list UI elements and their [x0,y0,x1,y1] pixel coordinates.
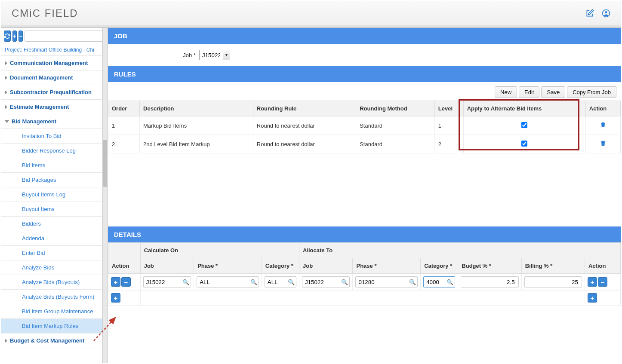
expand-all-button[interactable]: + [12,31,17,42]
nav-bid-items[interactable]: Bid Items [1,158,102,173]
nav-estimate-management[interactable]: Estimate Management [1,100,102,114]
dcol-category-a: Category * [421,258,458,274]
add-row-button[interactable]: + [111,277,120,287]
nav-bid-item-markup-rules[interactable]: Bid Item Markup Rules [1,319,102,333]
table-row[interactable]: 1 Markup Bid Items Round to nearest doll… [108,116,621,135]
nav-document-management[interactable]: Document Management [1,70,102,85]
section-details-header: DETAILS [108,226,621,242]
details-row: +− 🔍 🔍 🔍 🔍 🔍 🔍 +− [108,274,621,291]
alloc-category-lookup[interactable]: 🔍 [423,276,455,288]
nav-enter-bid[interactable]: Enter Bid [1,246,102,260]
apply-checkbox[interactable] [521,122,527,128]
trash-icon[interactable] [589,140,617,148]
nav-bid-packages[interactable]: Bid Packages [1,173,102,187]
calc-job-lookup[interactable]: 🔍 [143,276,191,288]
nav-bid-item-group-maintenance[interactable]: Bid Item Group Maintenance [1,304,102,319]
app-logo: CMiC FIELD [12,7,78,19]
nav-subcontractor-prequalification[interactable]: Subcontractor Prequalification [1,85,102,100]
dcol-job-a: Job [299,258,353,274]
details-table: Calculate On Allocate To Action Job Phas… [108,242,621,306]
col-rounding-method: Rounding Method [356,101,435,116]
nav-bidders[interactable]: Bidders [1,217,102,231]
nav-buyout-items-log[interactable]: Buyout Items Log [1,187,102,202]
search-icon[interactable]: 🔍 [181,279,191,285]
col-level: Level [434,101,463,116]
col-apply: Apply to Alternate Bid Items [463,101,585,116]
add-row-button[interactable]: + [588,293,597,303]
search-icon[interactable]: 🔍 [445,279,455,285]
calc-phase-lookup[interactable]: 🔍 [197,276,259,288]
nav-bidder-response-log[interactable]: Bidder Response Log [1,144,102,158]
copy-from-job-button[interactable]: Copy From Job [567,86,616,98]
refresh-button[interactable] [4,31,11,42]
billing-input[interactable] [524,276,582,288]
dcol-phase-c: Phase * [194,258,262,274]
edit-button[interactable]: Edit [519,86,539,98]
nav-budget-cost-management[interactable]: Budget & Cost Management [1,333,102,348]
details-row-add: + + [108,291,621,306]
col-order: Order [108,101,140,116]
sidebar-search-input[interactable] [25,31,102,42]
search-icon[interactable]: 🔍 [286,279,296,285]
remove-row-button[interactable]: − [121,277,131,287]
rules-table: Order Description Rounding Rule Rounding… [108,101,621,153]
table-row[interactable]: 2 2nd Level Bid Item Markup Round to nea… [108,135,621,153]
edit-icon[interactable] [585,9,594,18]
search-icon[interactable]: 🔍 [408,279,417,285]
job-select[interactable]: ▼ [199,50,230,60]
dcol-action-r: Action [585,258,620,274]
add-row-button[interactable]: + [588,277,597,287]
calc-category-lookup[interactable]: 🔍 [265,276,296,288]
section-job-header: JOB [108,28,621,44]
nav-analyze-bids[interactable]: Analyze Bids [1,260,102,275]
add-row-button[interactable]: + [111,293,120,303]
svg-point-1 [605,11,607,13]
chevron-down-icon[interactable]: ▼ [223,50,230,60]
user-icon[interactable] [602,9,610,18]
app-header: CMiC FIELD [1,1,621,25]
nav-bid-management[interactable]: Bid Management [1,114,102,129]
nav-communication-management[interactable]: Communication Management [1,56,102,70]
alloc-job-lookup[interactable]: 🔍 [302,276,350,288]
col-action: Action [585,101,620,116]
search-icon[interactable]: 🔍 [249,279,259,285]
col-rounding-rule: Rounding Rule [253,101,356,116]
nav-addenda[interactable]: Addenda [1,231,102,246]
sidebar: + − Project: Freshmart Office Building -… [1,28,102,363]
budget-input[interactable] [461,276,518,288]
group-calculate-on: Calculate On [140,243,299,258]
dcol-budget: Budget % * [458,258,521,274]
apply-checkbox[interactable] [521,141,527,147]
alloc-phase-lookup[interactable]: 🔍 [355,276,418,288]
section-rules-header: RULES [108,66,621,82]
group-allocate-to: Allocate To [299,243,458,258]
nav-invitation-to-bid[interactable]: Invitation To Bid [1,129,102,144]
collapse-all-button[interactable]: − [18,31,23,42]
sidebar-scrollbar[interactable] [102,28,108,363]
job-input[interactable] [200,50,223,60]
nav-analyze-bids-buyouts[interactable]: Analyze Bids (Buyouts) [1,275,102,290]
save-button[interactable]: Save [541,86,565,98]
job-label: Job * [114,52,196,58]
project-label[interactable]: Project: Freshmart Office Building - Chi [1,44,102,56]
new-button[interactable]: New [495,86,517,98]
nav-analyze-bids-buyouts-form[interactable]: Analyze Bids (Buyouts Form) [1,290,102,304]
remove-row-button[interactable]: − [598,277,607,287]
nav-buyout-items[interactable]: Buyout Items [1,202,102,217]
dcol-billing: Billing % * [521,258,585,274]
col-description: Description [140,101,253,116]
dcol-job-c: Job [140,258,194,274]
dcol-phase-a: Phase * [353,258,421,274]
dcol-action-l: Action [108,258,141,274]
search-icon[interactable]: 🔍 [340,279,349,285]
dcol-category-c: Category * [262,258,299,274]
trash-icon[interactable] [589,121,617,130]
